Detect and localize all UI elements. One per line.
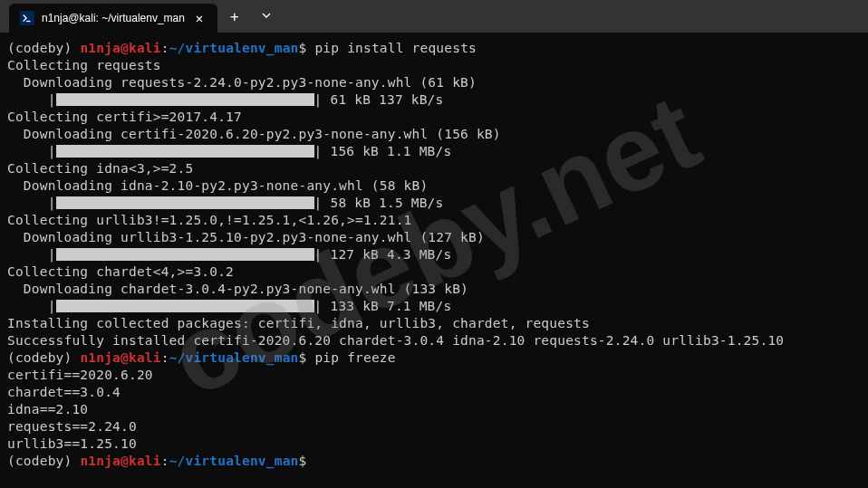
prompt-path: ~/virtualenv_man [169,350,299,365]
prompt-sep: : [161,41,169,55]
venv-prefix: (codeby) [7,350,72,365]
output-line: | [7,144,56,158]
prompt-dollar: $ [299,350,307,365]
output-line: Downloading urllib3-1.25.10-py2.py3-none… [7,230,485,244]
venv-prefix: (codeby) [7,41,72,55]
prompt-user: n1nja@kali [80,350,160,365]
output-line: Collecting idna<3,>=2.5 [7,161,193,176]
output-line: | 58 kB 1.5 MB/s [314,196,444,210]
prompt-path: ~/virtualenv_man [169,454,299,468]
titlebar: n1nja@kali: ~/virtualenv_man ✕ + [0,0,868,33]
output-line: Downloading requests-2.24.0-py2.py3-none… [7,75,477,90]
progress-bar [56,248,314,261]
close-icon[interactable]: ✕ [192,11,207,25]
terminal-window: n1nja@kali: ~/virtualenv_man ✕ + (codeby… [0,0,868,488]
prompt-dollar: $ [299,454,307,468]
prompt-dollar: $ [299,41,307,55]
output-line: Collecting requests [7,58,161,72]
terminal-content[interactable]: (codeby) n1nja@kali:~/virtualenv_man$ pi… [0,33,868,488]
prompt-user: n1nja@kali [80,41,160,55]
output-line: Downloading certifi-2020.6.20-py2.py3-no… [7,127,501,141]
output-line: idna==2.10 [7,402,88,416]
output-line: Downloading idna-2.10-py2.py3-none-any.w… [7,178,428,193]
output-line: | 156 kB 1.1 MB/s [314,144,452,158]
output-line: requests==2.24.0 [7,419,137,434]
output-line: urllib3==1.25.10 [7,436,137,451]
output-line: Downloading chardet-3.0.4-py2.py3-none-a… [7,282,468,296]
output-line: Successfully installed certifi-2020.6.20… [7,333,784,348]
output-line: | 127 kB 4.3 MB/s [314,247,452,262]
output-line: | [7,247,56,262]
output-line: | [7,299,56,313]
command-2: pip freeze [314,350,395,365]
output-line: | [7,92,56,107]
prompt-sep: : [161,454,169,468]
output-line: certifi==2020.6.20 [7,368,153,382]
powershell-icon [20,11,34,25]
output-line: chardet==3.0.4 [7,385,121,399]
output-line: Collecting certifi>=2017.4.17 [7,110,242,124]
progress-bar [56,93,314,106]
new-tab-button[interactable]: + [217,8,252,25]
venv-prefix: (codeby) [7,454,72,468]
prompt-path: ~/virtualenv_man [169,41,299,55]
progress-bar [56,145,314,158]
tab[interactable]: n1nja@kali: ~/virtualenv_man ✕ [9,4,217,33]
output-line: | 61 kB 137 kB/s [314,92,444,107]
output-line: | 133 kB 7.1 MB/s [314,299,452,313]
command-1: pip install requests [314,41,477,55]
output-line: | [7,196,56,210]
tab-title: n1nja@kali: ~/virtualenv_man [42,12,185,24]
progress-bar [56,300,314,312]
output-line: Collecting chardet<4,>=3.0.2 [7,264,234,279]
output-line: Collecting urllib3!=1.25.0,!=1.25.1,<1.2… [7,213,412,227]
chevron-down-icon[interactable] [252,10,281,24]
output-line: Installing collected packages: certifi, … [7,316,590,330]
progress-bar [56,196,314,209]
prompt-sep: : [161,350,169,365]
prompt-user: n1nja@kali [80,454,160,468]
